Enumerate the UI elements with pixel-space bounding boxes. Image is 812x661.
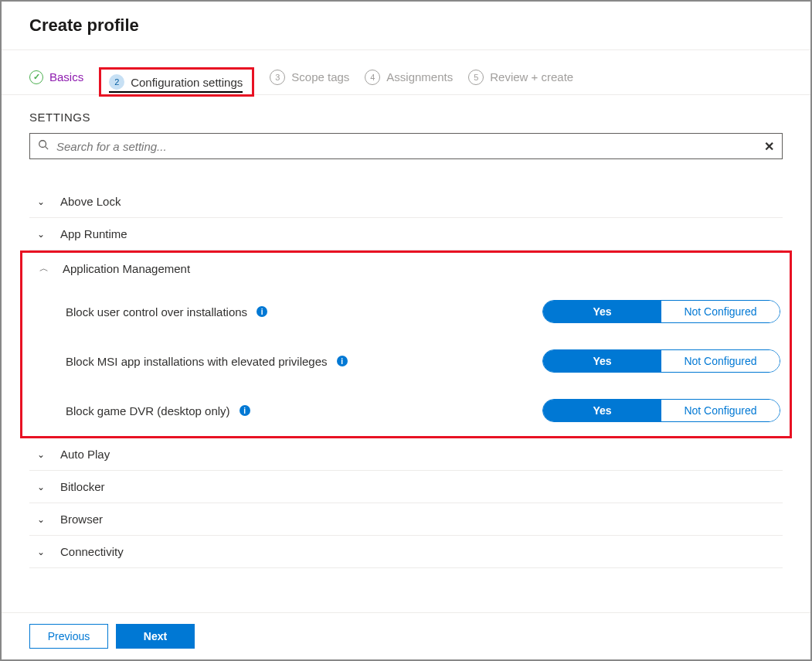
- tab-label: Scope tags: [291, 70, 349, 83]
- svg-line-1: [46, 147, 49, 150]
- section-heading: SETTINGS: [2, 95, 810, 133]
- check-icon: ✓: [29, 70, 43, 84]
- setting-block-msi-elevated: Block MSI app installations with elevate…: [66, 349, 780, 373]
- tab-review-create[interactable]: 5 Review + create: [468, 70, 573, 93]
- tab-assignments[interactable]: 4 Assignments: [365, 70, 453, 93]
- search-input[interactable]: [56, 140, 756, 153]
- category-connectivity[interactable]: ⌄ Connectivity: [29, 536, 783, 568]
- clear-icon[interactable]: ✕: [764, 139, 774, 154]
- chevron-down-icon: ⌄: [37, 514, 48, 525]
- highlight-box-category: ︿ Application Management Block user cont…: [20, 250, 792, 438]
- highlight-box-tab: 2 Configuration settings: [99, 67, 254, 97]
- category-app-runtime[interactable]: ⌄ App Runtime: [29, 218, 783, 250]
- category-label: Above Lock: [60, 195, 121, 208]
- category-bitlocker[interactable]: ⌄ Bitlocker: [29, 471, 783, 503]
- tab-label: Review + create: [490, 70, 573, 83]
- category-above-lock[interactable]: ⌄ Above Lock: [29, 186, 783, 218]
- step-num-icon: 3: [270, 70, 285, 85]
- tab-label: Assignments: [386, 70, 453, 83]
- category-browser[interactable]: ⌄ Browser: [29, 503, 783, 536]
- toggle-opt-not-configured[interactable]: Not Configured: [661, 400, 780, 421]
- tab-configuration-settings[interactable]: 2 Configuration settings: [109, 74, 243, 90]
- setting-label: Block MSI app installations with elevate…: [66, 355, 328, 368]
- step-num-icon: 2: [109, 74, 124, 90]
- chevron-down-icon: ⌄: [37, 449, 48, 460]
- step-num-icon: 5: [468, 70, 484, 85]
- category-label: Auto Play: [60, 448, 110, 461]
- step-num-icon: 4: [365, 70, 380, 85]
- chevron-down-icon: ⌄: [37, 196, 48, 207]
- svg-point-0: [39, 141, 46, 148]
- search-box[interactable]: ✕: [29, 133, 783, 159]
- chevron-down-icon: ⌄: [37, 547, 48, 557]
- tab-scope-tags[interactable]: 3 Scope tags: [270, 70, 349, 93]
- category-application-management[interactable]: ︿ Application Management: [32, 253, 780, 285]
- category-label: App Runtime: [60, 227, 127, 240]
- chevron-down-icon: ⌄: [37, 229, 48, 240]
- toggle-block-msi-elevated[interactable]: Yes Not Configured: [542, 349, 780, 373]
- tab-label: Basics: [49, 70, 83, 83]
- tab-label: Configuration settings: [131, 76, 243, 89]
- categories-list: ⌄ Above Lock ⌄ App Runtime ︿ Application…: [2, 186, 810, 568]
- wizard-footer: Previous Next: [2, 612, 810, 659]
- toggle-block-user-control[interactable]: Yes Not Configured: [542, 300, 780, 323]
- setting-label: Block game DVR (desktop only): [66, 404, 230, 417]
- toggle-opt-yes[interactable]: Yes: [543, 350, 661, 372]
- setting-block-game-dvr: Block game DVR (desktop only) i Yes Not …: [66, 399, 780, 422]
- toggle-opt-yes[interactable]: Yes: [543, 400, 661, 421]
- tab-basics[interactable]: ✓ Basics: [29, 70, 83, 92]
- tab-underline: [109, 91, 243, 93]
- info-icon[interactable]: i: [257, 306, 267, 317]
- info-icon[interactable]: i: [240, 405, 250, 416]
- category-label: Bitlocker: [60, 480, 105, 493]
- setting-label: Block user control over installations: [66, 305, 247, 319]
- toggle-opt-yes[interactable]: Yes: [543, 301, 661, 322]
- chevron-up-icon: ︿: [39, 262, 50, 275]
- category-label: Browser: [60, 513, 103, 526]
- previous-button[interactable]: Previous: [29, 624, 108, 649]
- toggle-opt-not-configured[interactable]: Not Configured: [661, 301, 780, 322]
- info-icon[interactable]: i: [337, 356, 348, 366]
- next-button[interactable]: Next: [116, 624, 195, 649]
- category-auto-play[interactable]: ⌄ Auto Play: [29, 438, 783, 471]
- toggle-opt-not-configured[interactable]: Not Configured: [661, 350, 780, 372]
- settings-list: Block user control over installations i …: [32, 300, 780, 422]
- wizard-tabs: ✓ Basics 2 Configuration settings 3 Scop…: [2, 50, 810, 95]
- category-label: Connectivity: [60, 545, 124, 558]
- category-label: Application Management: [63, 262, 190, 275]
- chevron-down-icon: ⌄: [37, 482, 48, 492]
- search-icon: [38, 139, 49, 153]
- setting-block-user-control: Block user control over installations i …: [66, 300, 780, 323]
- page-title: Create profile: [29, 15, 810, 36]
- toggle-block-game-dvr[interactable]: Yes Not Configured: [542, 399, 780, 422]
